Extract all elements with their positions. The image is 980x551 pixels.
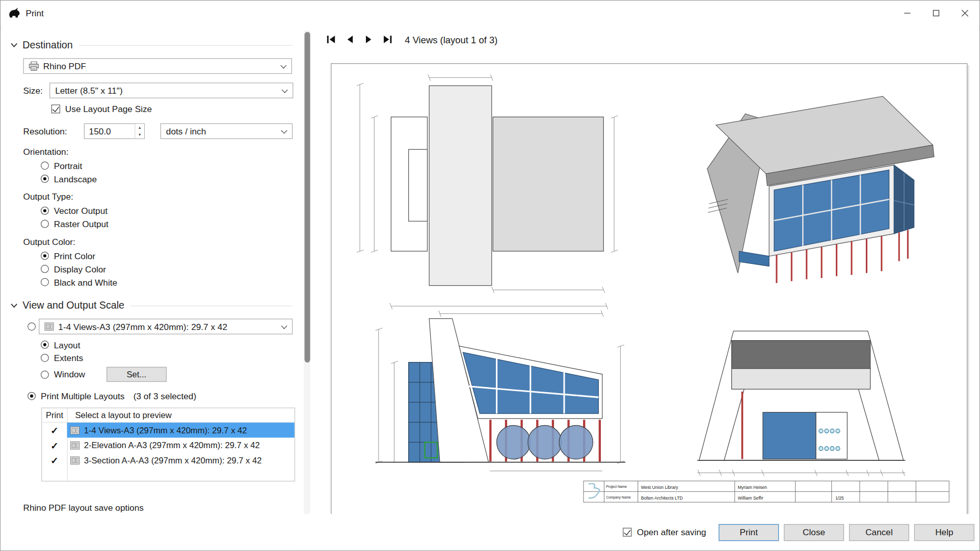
resolution-value: 150.0 <box>85 124 135 138</box>
print-button[interactable]: Print <box>719 524 779 540</box>
radio-icon <box>41 265 49 273</box>
print-column-header: Print <box>42 408 67 422</box>
destination-section-title: Destination <box>22 39 72 50</box>
spin-down-button[interactable]: ▼ <box>136 131 144 139</box>
print-dialog: Print Destination Rhino PDF <box>0 0 980 551</box>
section-view <box>697 331 905 476</box>
radio-extents[interactable]: Extents <box>41 351 301 365</box>
previous-layout-button[interactable] <box>342 32 357 47</box>
radio-portrait[interactable]: Portrait <box>41 159 301 172</box>
maximize-button[interactable] <box>922 1 951 25</box>
scrollbar-thumb[interactable] <box>304 32 310 363</box>
multiple-layouts-count: (3 of 3 selected) <box>134 391 196 401</box>
chevron-down-icon <box>11 303 18 308</box>
radio-single-layout[interactable] <box>28 322 36 330</box>
window-title: Print <box>25 8 43 18</box>
printer-icon <box>29 61 39 70</box>
layout-list-header: Print Select a layout to preview <box>42 408 294 423</box>
check-icon[interactable]: ✓ <box>50 455 58 464</box>
elevation-view <box>376 311 625 471</box>
sidebar-scrollbar[interactable] <box>304 31 310 514</box>
radio-display-color[interactable]: Display Color <box>41 262 301 276</box>
layout-preview-page: Project Name West Union Library Company … <box>331 63 967 517</box>
open-after-saving-checkbox[interactable]: Open after saving <box>623 527 706 537</box>
section-dimension-lines <box>697 470 905 476</box>
printer-select[interactable]: Rhino PDF <box>23 58 292 74</box>
layout-row-label: 2-Elevation A-A3 (297mm x 420mm): 29.7 x… <box>84 440 260 450</box>
next-layout-button[interactable] <box>361 32 376 47</box>
help-button[interactable]: Help <box>914 524 974 540</box>
first-layout-button[interactable] <box>323 32 338 47</box>
section-rule <box>79 45 293 45</box>
check-icon[interactable]: ✓ <box>50 440 58 450</box>
vector-output-label: Vector Output <box>54 206 108 216</box>
check-icon[interactable]: ✓ <box>50 425 58 434</box>
radio-layout[interactable]: Layout <box>41 338 301 351</box>
radio-black-and-white[interactable]: Black and White <box>41 276 301 289</box>
window-close-button[interactable] <box>950 1 979 25</box>
layout-select-value: 1-4 Views-A3 (297mm x 420mm): 29.7 x 42 <box>58 321 227 332</box>
paper-size-select[interactable]: Letter (8.5" x 11") <box>49 82 293 98</box>
extents-radio-label: Extents <box>54 353 83 363</box>
radio-print-color[interactable]: Print Color <box>41 249 301 262</box>
view-scale-section-header[interactable]: View and Output Scale <box>11 300 301 311</box>
chevron-down-icon <box>11 43 18 48</box>
window-radio-label: Window <box>54 369 85 379</box>
resolution-label: Resolution: <box>23 126 78 136</box>
company-name-label: Company Name <box>606 495 631 500</box>
preview-panel: 4 Views (layout 1 of 3) <box>314 31 979 514</box>
destination-section-header[interactable]: Destination <box>11 39 301 50</box>
layout-radio-label: Layout <box>54 340 81 350</box>
layout-row-2[interactable]: ✓ 2-Elevation A-A3 (297mm x 420mm): 29.7… <box>42 437 294 453</box>
architect-name: Myriam Heisen <box>738 485 767 490</box>
layout-page-icon <box>70 426 80 434</box>
drawing-scale: 1/25 <box>835 495 844 501</box>
radio-icon <box>41 278 49 286</box>
layout-row-label: 1-4 Views-A3 (297mm x 420mm): 29.7 x 42 <box>84 425 247 434</box>
titlebar: Print <box>1 1 979 25</box>
resolution-units-value: dots / inch <box>166 126 206 136</box>
section-rule <box>130 305 293 306</box>
radio-window[interactable] <box>41 370 49 378</box>
company-name-value: Bolten Architects LTD <box>641 495 683 501</box>
radio-icon <box>41 161 49 170</box>
portrait-label: Portrait <box>54 160 82 171</box>
output-type-label: Output Type: <box>23 191 301 202</box>
radio-print-multiple-layouts[interactable] <box>28 392 36 400</box>
plan-view <box>357 74 618 309</box>
preview-status-text: 4 Views (layout 1 of 3) <box>405 34 497 45</box>
use-layout-page-size-checkbox[interactable]: Use Layout Page Size <box>51 103 302 115</box>
radio-icon-selected <box>41 207 49 215</box>
radio-icon-selected <box>41 252 49 260</box>
select-column-header: Select a layout to preview <box>67 408 295 422</box>
view-scale-section-title: View and Output Scale <box>22 300 124 311</box>
close-button[interactable]: Close <box>784 524 844 540</box>
radio-landscape[interactable]: Landscape <box>41 172 301 185</box>
spin-up-button[interactable]: ▲ <box>136 124 144 131</box>
cancel-button[interactable]: Cancel <box>849 524 909 540</box>
last-layout-button[interactable] <box>380 32 395 47</box>
black-and-white-label: Black and White <box>54 277 117 287</box>
pdf-save-options-link[interactable]: Rhino PDF layout save options <box>23 503 301 513</box>
minimize-button[interactable] <box>893 1 922 25</box>
resolution-units-select[interactable]: dots / inch <box>161 123 293 139</box>
layout-page-icon <box>70 456 80 464</box>
layout-row-1[interactable]: ✓ 1-4 Views-A3 (297mm x 420mm): 29.7 x 4… <box>42 423 294 438</box>
chevron-down-icon <box>280 62 286 68</box>
checkbox-icon <box>51 104 60 113</box>
layout-row-3[interactable]: ✓ 3-Section A-A-A3 (297mm x 420mm): 29.7… <box>42 453 294 468</box>
layout-select[interactable]: 1-4 Views-A3 (297mm x 420mm): 29.7 x 42 <box>39 319 293 335</box>
orientation-label: Orientation: <box>23 147 301 157</box>
layout-page-icon <box>44 322 54 330</box>
radio-raster-output[interactable]: Raster Output <box>41 217 301 231</box>
radio-vector-output[interactable]: Vector Output <box>41 204 301 217</box>
resolution-input[interactable]: 150.0 ▲ ▼ <box>84 123 145 139</box>
layout-list: Print Select a layout to preview ✓ 1-4 V… <box>41 407 295 481</box>
settings-panel: Destination Rhino PDF Size: Letter (8.5"… <box>1 31 301 550</box>
open-after-saving-label: Open after saving <box>637 527 706 537</box>
output-color-label: Output Color: <box>23 237 301 247</box>
set-window-button[interactable]: Set... <box>107 367 167 382</box>
title-block: Project Name West Union Library Company … <box>584 481 949 502</box>
printer-select-value: Rhino PDF <box>43 61 86 71</box>
chevron-down-icon <box>281 127 287 133</box>
